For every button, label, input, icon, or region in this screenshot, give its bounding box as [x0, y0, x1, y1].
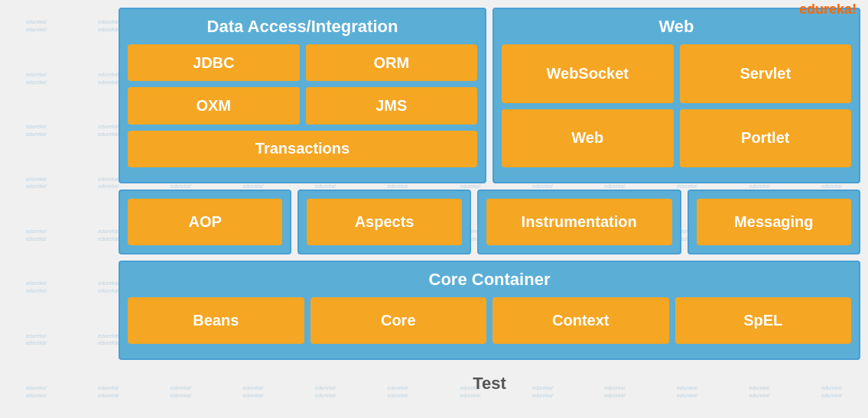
web-panel: Web WebSocket Servlet Web Portlet	[493, 8, 860, 183]
oxm-box: OXM	[128, 87, 300, 124]
orm-box: ORM	[306, 44, 478, 81]
data-access-panel: Data Access/Integration JDBC ORM OXM JMS…	[119, 8, 486, 183]
jms-box: JMS	[306, 87, 478, 124]
transactions-box: Transactions	[128, 131, 477, 167]
context-box: Context	[493, 297, 669, 344]
row1: Data Access/Integration JDBC ORM OXM JMS…	[119, 8, 860, 183]
jdbc-box: JDBC	[128, 44, 300, 81]
web-title: Web	[502, 17, 851, 37]
core-container-title: Core Container	[128, 270, 851, 290]
messaging-box: Messaging	[697, 199, 851, 245]
main-content: Data Access/Integration JDBC ORM OXM JMS…	[119, 8, 860, 410]
messaging-panel: Messaging	[688, 190, 860, 254]
web-grid: WebSocket Servlet Web Portlet	[502, 44, 851, 167]
data-access-title: Data Access/Integration	[128, 17, 477, 37]
test-panel: Test	[119, 366, 860, 400]
core-box: Core	[310, 297, 487, 344]
aspects-panel: Aspects	[297, 190, 470, 254]
spel-box: SpEL	[675, 297, 852, 344]
aspects-box: Aspects	[307, 199, 461, 245]
servlet-box: Servlet	[680, 44, 852, 103]
beans-box: Beans	[128, 297, 304, 344]
core-container-panel: Core Container Beans Core Context SpEL	[119, 261, 860, 360]
row3: Core Container Beans Core Context SpEL	[119, 261, 860, 360]
instrumentation-panel: Instrumentation	[477, 190, 681, 254]
portlet-box: Portlet	[680, 109, 852, 168]
data-access-grid: JDBC ORM OXM JMS Transactions	[128, 44, 477, 167]
aop-box: AOP	[128, 199, 282, 245]
logo: edureka!	[799, 2, 857, 18]
instrumentation-box: Instrumentation	[486, 199, 672, 245]
websocket-box: WebSocket	[502, 44, 674, 103]
logo-text: edureka!	[799, 2, 857, 17]
row4: Test	[119, 366, 860, 400]
core-grid: Beans Core Context SpEL	[128, 297, 851, 344]
web-box: Web	[502, 109, 674, 168]
row2: AOP Aspects Instrumentation Messaging	[119, 190, 860, 254]
test-label: Test	[473, 374, 506, 394]
aop-panel: AOP	[119, 190, 291, 254]
